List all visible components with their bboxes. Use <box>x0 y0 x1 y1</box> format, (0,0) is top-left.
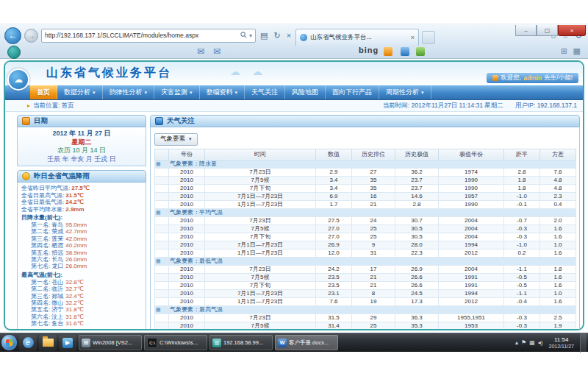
row-cell: 1.6 <box>540 249 576 257</box>
search-icon[interactable] <box>240 32 247 40</box>
stat-label: 全省日最高气温: <box>21 192 64 199</box>
row-cell: 36.3 <box>395 314 439 322</box>
element-dropdown[interactable]: 气象要素 ▾ <box>154 133 198 146</box>
row-cell: 2010 <box>169 176 205 184</box>
chevron-down-icon[interactable]: ▾ <box>249 32 252 39</box>
table-row[interactable]: 20101月1日—7月23日7.61917.32012-0.41.6 <box>155 297 576 305</box>
url-text[interactable]: http://192.168.137.1/SLCCLIMATE/modules/… <box>45 32 238 39</box>
table-row[interactable]: 20107月23日2.92736.219742.87.6 <box>155 168 576 176</box>
toolbar-orange-icon[interactable] <box>384 47 392 56</box>
table-row[interactable]: 20107月下旬31.42535.31951-0.31.9 <box>155 330 576 330</box>
taskbar-window-4[interactable]: W客户手册.docx... <box>275 335 338 350</box>
table-row[interactable]: 20107月5候23.52126.61991-0.51.6 <box>155 273 576 281</box>
taskbar-window-3[interactable]: ▥192.168.58.99... <box>209 335 273 350</box>
station-name: 荣成 <box>51 228 63 235</box>
nav-item-7[interactable]: 风险地图 <box>285 85 326 99</box>
row-cell: 7月下旬 <box>205 233 316 241</box>
main-panel-title: 天气关注 <box>167 116 195 126</box>
row-cell: 26.6 <box>395 281 439 289</box>
taskbar-window-2[interactable]: C:\C:\Windows\s... <box>144 335 207 350</box>
table-row[interactable]: 20107月23日31.52936.31955,1951-0.32.5 <box>155 314 576 322</box>
maximize-button[interactable]: ▢ <box>537 25 558 36</box>
row-cell: 30.7 <box>395 216 439 224</box>
table-group-row[interactable]: ▦气象要素：最高气温 <box>155 305 576 314</box>
rank-label: 第二名: <box>31 286 50 292</box>
taskbar-window-1[interactable]: ▤Win2008 [VS2... <box>79 335 142 350</box>
clock-time: 11:54 <box>548 336 574 343</box>
taskbar-media-icon[interactable]: ▶ <box>59 335 76 351</box>
group-title-cell: 气象要素：降水量 <box>169 160 576 168</box>
toolbar-green-icon[interactable] <box>416 47 425 56</box>
stop-icon[interactable]: × <box>285 31 293 40</box>
table-group-row[interactable]: ▦气象要素：最低气温 <box>155 257 576 265</box>
refresh-icon[interactable]: ↻ <box>272 31 282 40</box>
row-cell: 7月5候 <box>205 273 316 281</box>
row-cell: 2.0 <box>540 216 576 224</box>
table-row[interactable]: 20107月23日24.21726.92004-1.11.8 <box>155 265 576 273</box>
browser-back-button[interactable]: ← <box>4 27 21 44</box>
toolbar-grid-icon[interactable]: ⊞ <box>561 46 567 56</box>
table-row[interactable]: 20107月1日—7月23日6.91614.61957-1.02.3 <box>155 192 576 200</box>
table-row[interactable]: 20101月1日—7月23日1.7212.81990-0.10.4 <box>155 200 576 208</box>
nav-item-3[interactable]: 韵律性分析▾ <box>103 85 155 99</box>
row-cell: 30.5 <box>395 233 439 241</box>
table-row[interactable]: 20107月下旬27.02530.52004-0.31.6 <box>155 233 576 241</box>
toolbar-blue-icon[interactable] <box>401 47 409 56</box>
nav-item-8[interactable]: 面向下行产品 <box>326 85 379 99</box>
browser-tab[interactable]: 山东省气候业务平台... × <box>295 29 419 46</box>
row-cell: 31.4 <box>316 322 352 330</box>
nav-item-2[interactable]: 数据分析▾ <box>57 85 103 99</box>
row-cell <box>155 273 169 281</box>
nav-item-9[interactable]: 周期性分析▾ <box>379 85 431 99</box>
volume-icon[interactable]: ◂) <box>538 339 543 346</box>
tab-close-icon[interactable]: × <box>411 34 415 41</box>
new-tab-button[interactable] <box>422 31 435 44</box>
user-icon <box>492 75 498 81</box>
table-row[interactable]: 20107月下旬3.43523.719901.84.8 <box>155 184 576 192</box>
taskbar-ie-icon[interactable]: e <box>19 335 37 351</box>
network-icon[interactable]: ▦ <box>529 339 535 346</box>
weather-focus-panel: 天气关注 气象要素 ▾ 年份时间数值历史排位历史极值极值年份距平方差 ▦气象要素… <box>150 115 580 330</box>
minimize-button[interactable]: – <box>515 25 537 36</box>
toolbar-layout-icon[interactable]: ▦ <box>573 46 581 56</box>
table-header-cell: 极值年份 <box>439 149 504 160</box>
nav-item-1[interactable]: 首页 <box>30 85 57 99</box>
nav-item-6[interactable]: 天气关注 <box>245 85 285 99</box>
taskbar-clock[interactable]: 11:54 2012/11/27 <box>545 336 577 350</box>
row-cell: 12.0 <box>316 249 352 257</box>
rank-label: 第六名: <box>31 256 50 263</box>
row-cell: 1957 <box>439 192 504 200</box>
taskbar-explorer-icon[interactable] <box>39 335 57 351</box>
row-cell: 1.0 <box>540 241 576 249</box>
hidden-icons-arrow[interactable]: ▴ <box>515 339 518 346</box>
table-row[interactable]: 20107月23日27.52430.72004-0.72.0 <box>155 216 576 224</box>
table-row[interactable]: 20107月5候31.42535.31953-0.31.9 <box>155 322 576 330</box>
nav-item-5[interactable]: 整编资料▾ <box>200 85 245 99</box>
table-header-cell <box>155 149 169 160</box>
toolbar-logo[interactable] <box>7 46 21 59</box>
show-desktop-button[interactable] <box>580 333 587 353</box>
row-cell: 1.6 <box>540 297 576 305</box>
mail-icon[interactable]: ✉ <box>197 46 204 57</box>
table-group-row[interactable]: ▦气象要素：降水量 <box>155 160 576 168</box>
address-bar[interactable]: http://192.168.137.1/SLCCLIMATE/modules/… <box>41 29 256 43</box>
action-center-icon[interactable]: ⚑ <box>521 339 526 346</box>
close-button[interactable]: × <box>558 25 586 36</box>
row-cell: 2.8 <box>504 168 540 176</box>
row-cell: 2012 <box>439 249 504 257</box>
table-head: 年份时间数值历史排位历史极值极值年份距平方差 <box>155 149 576 160</box>
table-row[interactable]: 20107月1日—7月23日26.9928.01994-1.01.0 <box>155 241 576 249</box>
mail2-icon[interactable]: ✉ <box>213 46 220 57</box>
start-button[interactable] <box>1 335 17 350</box>
table-row[interactable]: 20107月1日—7月23日23.1824.51994-1.11.0 <box>155 289 576 297</box>
compatibility-icon[interactable]: ▤ <box>259 31 269 40</box>
browser-forward-button[interactable]: → <box>24 29 38 43</box>
row-cell: 23.1 <box>316 289 352 297</box>
table-row[interactable]: 20107月5候27.02530.52004-0.31.6 <box>155 224 576 233</box>
table-row[interactable]: 20107月5候3.43523.719901.84.8 <box>155 176 576 184</box>
table-row[interactable]: 20107月下旬23.52126.61991-0.51.6 <box>155 281 576 289</box>
nav-item-4[interactable]: 灾害监测▾ <box>154 85 200 99</box>
table-group-row[interactable]: ▦气象要素：平均气温 <box>155 208 576 216</box>
bing-logo[interactable]: bing <box>359 46 379 54</box>
table-row[interactable]: 20101月1日—7月23日12.03122.320120.21.6 <box>155 249 576 257</box>
